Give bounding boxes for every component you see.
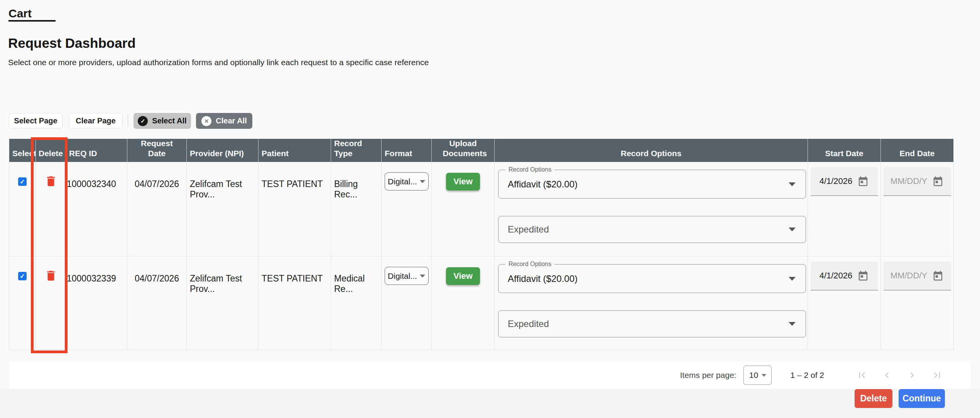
header-delete: Delete bbox=[36, 139, 66, 162]
cell-end-date: MM/DD/Y bbox=[881, 256, 953, 349]
calendar-icon[interactable] bbox=[932, 270, 944, 281]
cell-provider: Zelifcam Test Prov... bbox=[187, 256, 259, 349]
cell-record-options: Record Options Affidavit ($20.00) Expedi… bbox=[495, 256, 808, 349]
header-patient: Patient bbox=[259, 139, 331, 162]
calendar-icon[interactable] bbox=[857, 270, 869, 281]
expedited-select[interactable]: Expedited bbox=[498, 310, 806, 337]
table-row: ✓ 1000032340 04/07/2026 Zelifcam Test Pr… bbox=[9, 162, 953, 256]
record-options-select[interactable]: Record Options Affidavit ($20.00) bbox=[498, 264, 806, 293]
items-per-page-select[interactable]: 10 bbox=[743, 366, 772, 385]
requests-table: Select Delete REQ ID Request Date Provid… bbox=[9, 139, 954, 350]
page-title: Request Dashboard bbox=[8, 35, 136, 51]
cell-record-type: Billing Rec... bbox=[331, 162, 382, 256]
select-all-button[interactable]: ✓ Select All bbox=[133, 113, 191, 129]
cell-record-type: Medical Re... bbox=[331, 256, 382, 349]
table-paginator: Items per page: 10 1 – 2 of 2 bbox=[9, 362, 971, 389]
row-checkbox[interactable]: ✓ bbox=[18, 272, 27, 280]
header-record-options: Record Options bbox=[495, 139, 808, 162]
cell-select: ✓ bbox=[9, 256, 36, 349]
selection-toolbar: Select Page Clear Page ✓ Select All ✕ Cl… bbox=[9, 113, 252, 129]
last-page-icon[interactable] bbox=[931, 369, 943, 381]
trash-icon[interactable] bbox=[44, 175, 57, 189]
end-date-input[interactable]: MM/DD/Y bbox=[884, 167, 951, 196]
format-select[interactable]: Digital... bbox=[385, 267, 429, 285]
cell-upload-documents: View bbox=[432, 256, 495, 349]
delete-button[interactable]: Delete bbox=[855, 389, 892, 408]
clear-all-button[interactable]: ✕ Clear All bbox=[196, 113, 252, 129]
cell-patient: TEST PATIENT bbox=[259, 256, 331, 349]
cell-req-id: 1000032339 bbox=[66, 256, 127, 349]
start-date-input[interactable]: 4/1/2026 bbox=[811, 167, 878, 196]
cell-format: Digital... bbox=[382, 162, 432, 256]
first-page-icon[interactable] bbox=[856, 369, 868, 381]
page-subtitle: Select one or more providers, upload aut… bbox=[8, 58, 429, 67]
continue-button[interactable]: Continue bbox=[899, 389, 945, 408]
previous-page-icon[interactable] bbox=[881, 369, 893, 381]
header-req-id: REQ ID bbox=[66, 139, 127, 162]
header-end-date: End Date bbox=[881, 139, 953, 162]
chevron-down-icon bbox=[789, 322, 796, 326]
cell-patient: TEST PATIENT bbox=[259, 162, 331, 256]
clear-page-button[interactable]: Clear Page bbox=[69, 113, 123, 129]
calendar-icon[interactable] bbox=[857, 175, 869, 187]
items-per-page-label: Items per page: bbox=[680, 371, 737, 380]
chevron-down-icon bbox=[420, 180, 425, 183]
cell-start-date: 4/1/2026 bbox=[808, 162, 881, 256]
cell-delete bbox=[36, 256, 66, 349]
toolbar-divider bbox=[128, 114, 128, 128]
cell-provider: Zelifcam Test Prov... bbox=[187, 162, 259, 256]
cell-select: ✓ bbox=[9, 162, 36, 256]
cell-delete bbox=[36, 162, 66, 256]
pagination-controls bbox=[843, 369, 943, 381]
table-row: ✓ 1000032339 04/07/2026 Zelifcam Test Pr… bbox=[9, 256, 953, 349]
header-upload-documents: Upload Documents bbox=[432, 139, 495, 162]
chevron-down-icon bbox=[789, 182, 796, 186]
next-page-icon[interactable] bbox=[906, 369, 918, 381]
header-select: Select bbox=[9, 139, 36, 162]
x-circle-icon: ✕ bbox=[201, 116, 211, 126]
cell-request-date: 04/07/2026 bbox=[127, 256, 187, 349]
view-button[interactable]: View bbox=[446, 173, 480, 190]
check-circle-icon: ✓ bbox=[138, 116, 148, 126]
header-request-date: Request Date bbox=[127, 139, 187, 162]
select-page-button[interactable]: Select Page bbox=[9, 113, 63, 129]
record-options-float-label: Record Options bbox=[505, 261, 554, 268]
cell-req-id: 1000032340 bbox=[66, 162, 127, 256]
cart-page: Cart Request Dashboard Select one or mor… bbox=[0, 0, 980, 418]
cell-record-options: Record Options Affidavit ($20.00) Expedi… bbox=[495, 162, 808, 256]
header-provider: Provider (NPI) bbox=[187, 139, 259, 162]
cell-end-date: MM/DD/Y bbox=[881, 162, 953, 256]
record-options-select[interactable]: Record Options Affidavit ($20.00) bbox=[498, 170, 806, 199]
header-record-type: Record Type bbox=[331, 139, 382, 162]
cell-request-date: 04/07/2026 bbox=[127, 162, 187, 256]
chevron-down-icon bbox=[789, 228, 796, 231]
format-select[interactable]: Digital... bbox=[385, 172, 429, 190]
cart-tab-title[interactable]: Cart bbox=[8, 7, 32, 20]
chevron-down-icon bbox=[789, 277, 796, 281]
header-format: Format bbox=[382, 139, 432, 162]
record-options-float-label: Record Options bbox=[505, 166, 554, 173]
page-range-label: 1 – 2 of 2 bbox=[790, 371, 824, 380]
calendar-icon[interactable] bbox=[932, 175, 944, 187]
cell-upload-documents: View bbox=[432, 162, 495, 256]
table-header-row: Select Delete REQ ID Request Date Provid… bbox=[9, 139, 953, 162]
header-start-date: Start Date bbox=[808, 139, 881, 162]
row-checkbox[interactable]: ✓ bbox=[18, 177, 27, 186]
trash-icon[interactable] bbox=[44, 269, 57, 284]
cart-tab-underline bbox=[8, 20, 56, 22]
view-button[interactable]: View bbox=[446, 267, 480, 285]
bottom-action-bar bbox=[0, 389, 980, 418]
select-all-label: Select All bbox=[152, 116, 186, 125]
chevron-down-icon bbox=[762, 374, 766, 377]
cell-format: Digital... bbox=[382, 256, 432, 349]
clear-all-label: Clear All bbox=[216, 116, 247, 125]
chevron-down-icon bbox=[420, 275, 425, 278]
cell-start-date: 4/1/2026 bbox=[808, 256, 881, 349]
end-date-input[interactable]: MM/DD/Y bbox=[884, 261, 951, 290]
start-date-input[interactable]: 4/1/2026 bbox=[811, 261, 878, 290]
expedited-select[interactable]: Expedited bbox=[498, 216, 806, 243]
